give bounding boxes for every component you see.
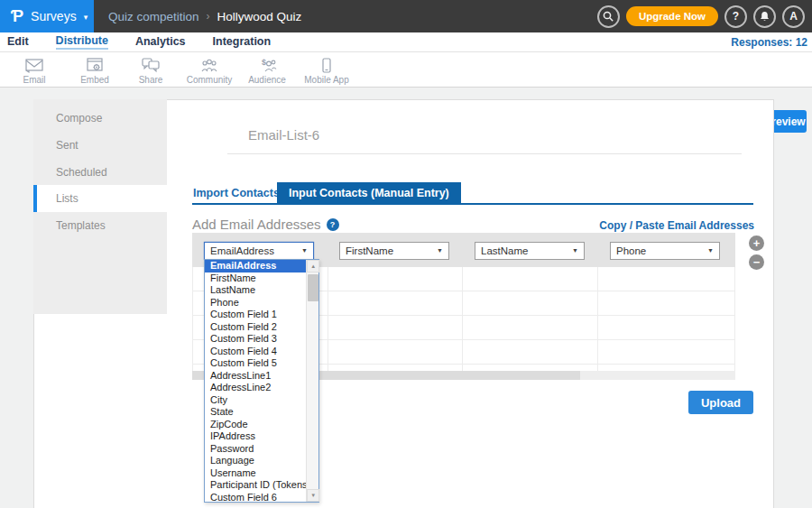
grid-cell[interactable] xyxy=(463,365,598,371)
dropdown-option[interactable]: Phone xyxy=(205,297,306,309)
toolbar-item-email[interactable]: Email xyxy=(5,56,63,85)
sidebar-item-compose[interactable]: Compose xyxy=(33,105,167,132)
bell-icon xyxy=(759,11,770,23)
dropdown-scrollbar[interactable]: ▲ ▼ xyxy=(306,260,318,502)
column-select-phone[interactable]: Phone ▼ xyxy=(610,242,720,260)
grid-cell[interactable] xyxy=(463,291,598,315)
sidebar-item-scheduled[interactable]: Scheduled xyxy=(33,159,167,186)
list-name-underline xyxy=(227,153,742,154)
grid-cell[interactable] xyxy=(463,340,598,364)
tab-import-contacts[interactable]: Import Contacts xyxy=(193,182,280,205)
dropdown-option[interactable]: FirstName xyxy=(205,272,306,285)
breadcrumb-parent[interactable]: Quiz competition xyxy=(108,10,199,23)
community-icon xyxy=(200,56,218,73)
dropdown-option[interactable]: Username xyxy=(205,467,306,480)
help-icon[interactable]: ? xyxy=(327,218,339,231)
top-bar: Ƥ Surveys ▾ Quiz competition › Hollywood… xyxy=(0,0,812,32)
dropdown-option[interactable]: State xyxy=(205,406,306,419)
question-mark-icon: ? xyxy=(733,10,739,23)
select-value: FirstName xyxy=(346,243,393,259)
grid-cell[interactable] xyxy=(598,291,735,315)
grid-cell[interactable] xyxy=(463,267,598,291)
column-select-last-name[interactable]: LastName ▼ xyxy=(475,242,585,260)
dropdown-option[interactable]: Custom Field 4 xyxy=(205,346,306,358)
surveys-menu[interactable]: Ƥ Surveys ▾ xyxy=(0,0,94,32)
upgrade-now-button[interactable]: Upgrade Now xyxy=(626,6,718,26)
dropdown-option[interactable]: Custom Field 3 xyxy=(205,333,306,346)
dropdown-option[interactable]: ZipCode xyxy=(205,419,306,431)
remove-column-button[interactable]: − xyxy=(749,254,764,270)
dropdown-option[interactable]: Participant ID (Tokens) xyxy=(205,479,306,492)
toolbar-label: Audience xyxy=(248,75,286,85)
dropdown-option[interactable]: IPAddress xyxy=(205,430,306,443)
toolbar-label: Mobile App xyxy=(304,75,348,85)
sidebar-item-sent[interactable]: Sent xyxy=(33,132,167,159)
embed-icon xyxy=(87,56,104,73)
toolbar-item-community[interactable]: Community xyxy=(180,56,238,85)
add-column-button[interactable]: + xyxy=(749,236,764,251)
dropdown-option[interactable]: Password xyxy=(205,443,306,456)
grid-cell[interactable] xyxy=(328,291,464,315)
list-name-field[interactable]: Email-List-6 xyxy=(248,127,319,143)
tab-input-contacts-manual-entry[interactable]: Input Contacts (Manual Entry) xyxy=(277,182,461,205)
tab-underline xyxy=(192,203,753,205)
scroll-down-icon[interactable]: ▼ xyxy=(307,489,319,502)
grid-cell[interactable] xyxy=(328,365,464,371)
menu-item-edit[interactable]: Edit xyxy=(7,35,29,49)
grid-cell[interactable] xyxy=(598,365,735,371)
dropdown-option[interactable]: Custom Field 2 xyxy=(205,321,306,334)
toolbar-item-embed[interactable]: Embed xyxy=(66,56,124,85)
toolbar-item-mobile-app[interactable]: Mobile App xyxy=(298,56,355,85)
copy-paste-email-addresses-link[interactable]: Copy / Paste Email Addresses xyxy=(599,219,754,232)
menu-item-analytics[interactable]: Analytics xyxy=(135,35,186,49)
menu-item-integration[interactable]: Integration xyxy=(213,35,272,49)
grid-cell[interactable] xyxy=(598,340,735,364)
toolbar-item-audience[interactable]: $ Audience xyxy=(238,56,296,85)
chevron-down-icon: ▾ xyxy=(84,13,88,22)
column-select-first-name[interactable]: FirstName ▼ xyxy=(339,242,449,260)
dropdown-option[interactable]: LastName xyxy=(205,284,306,297)
grid-cell[interactable] xyxy=(598,316,735,339)
product-label: Surveys xyxy=(31,9,77,23)
email-address-field-dropdown: EmailAddress FirstName LastName Phone Cu… xyxy=(204,259,319,503)
toolbar-item-share[interactable]: Share xyxy=(122,56,180,85)
grid-cell[interactable] xyxy=(463,316,598,339)
dropdown-option[interactable]: AddressLine2 xyxy=(205,382,306,394)
breadcrumb: Quiz competition › Hollywood Quiz xyxy=(108,0,301,32)
dropdown-option[interactable]: Custom Field 5 xyxy=(205,357,306,370)
search-button[interactable] xyxy=(597,5,620,28)
sidebar-item-lists[interactable]: Lists xyxy=(33,185,167,212)
column-select-email-address[interactable]: EmailAddress ▼ xyxy=(204,242,314,260)
email-icon xyxy=(25,56,43,73)
grid-cell[interactable] xyxy=(328,340,464,364)
dropdown-option[interactable]: Custom Field 6 xyxy=(205,492,306,503)
breadcrumb-current: Hollywood Quiz xyxy=(217,10,302,23)
mobile-app-icon xyxy=(318,56,335,73)
questionpro-logo-icon: Ƥ xyxy=(11,7,23,26)
notifications-button[interactable] xyxy=(753,5,776,28)
dropdown-option[interactable]: City xyxy=(205,394,306,407)
grid-cell[interactable] xyxy=(328,267,464,291)
section-title-text: Add Email Addresses xyxy=(192,217,321,232)
dropdown-option[interactable]: AddressLine1 xyxy=(205,370,306,383)
toolbar-label: Community xyxy=(187,75,233,85)
dropdown-option-selected[interactable]: EmailAddress xyxy=(205,260,306,272)
grid-cell[interactable] xyxy=(328,316,464,339)
select-caret-icon: ▼ xyxy=(301,243,308,259)
dropdown-option[interactable]: Language xyxy=(205,455,306,467)
avatar[interactable]: A xyxy=(782,5,805,28)
topbar-actions: Upgrade Now ? A xyxy=(597,0,805,32)
upload-button[interactable]: Upload xyxy=(688,391,753,414)
grid-cell[interactable] xyxy=(598,267,735,291)
menu-item-distribute[interactable]: Distribute xyxy=(56,34,108,50)
sidebar-item-templates[interactable]: Templates xyxy=(33,212,167,239)
help-button[interactable]: ? xyxy=(724,5,747,28)
select-caret-icon: ▼ xyxy=(437,243,443,259)
share-icon xyxy=(142,56,160,73)
svg-text:$: $ xyxy=(262,58,266,67)
dropdown-option[interactable]: Custom Field 1 xyxy=(205,309,306,321)
scroll-up-icon[interactable]: ▲ xyxy=(307,260,319,272)
responses-count[interactable]: Responses: 12 xyxy=(731,36,807,49)
audience-icon: $ xyxy=(258,56,277,73)
dropdown-scrollbar-thumb[interactable] xyxy=(308,274,318,301)
